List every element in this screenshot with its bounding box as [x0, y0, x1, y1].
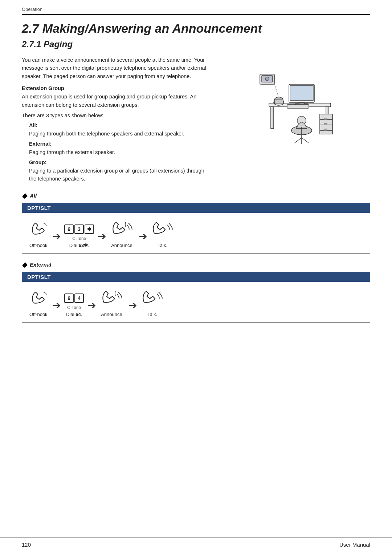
svg-rect-16 — [274, 100, 283, 104]
all-section-marker: ◆ All — [22, 192, 370, 200]
all-step-announce: Announce. — [110, 219, 135, 248]
ext-announce-icon — [99, 288, 125, 309]
top-rule — [22, 14, 370, 15]
external-dpt-box: DPT/SLT Off-hook. ➔ 6 4 C.Ton — [22, 272, 370, 323]
office-illustration — [247, 60, 342, 154]
type-group-label: Group: — [29, 159, 46, 165]
breadcrumb: Operation — [0, 0, 392, 12]
ext-phone-offhook-icon — [30, 289, 49, 309]
all-ctone-label: C.Tone — [72, 236, 86, 241]
document-title: User Manual — [339, 542, 370, 548]
type-all-text: Paging through both the telephone speake… — [29, 131, 184, 137]
key-star: ✱ — [85, 224, 94, 234]
external-step-row: Off-hook. ➔ 6 4 C.Tone Dial 64. ➔ — [29, 288, 164, 317]
page-number: 120 — [22, 542, 31, 548]
ext-step-announce: Announce. — [99, 288, 125, 317]
diamond-icon: ◆ — [22, 192, 27, 200]
diamond-icon-2: ◆ — [22, 261, 27, 269]
ext-arrow-3: ➔ — [128, 300, 137, 311]
all-step-row: Off-hook. ➔ 6 3 ✱ C.Tone Dial 63✱. ➔ — [29, 219, 174, 248]
ext-key-6: 6 — [64, 293, 74, 303]
page-footer: 120 User Manual — [0, 538, 392, 548]
all-step-talk: Talk. — [151, 219, 174, 248]
section-title: 2.7.1 Paging — [22, 39, 370, 49]
key-3: 3 — [74, 224, 84, 234]
external-dpt-header: DPT/SLT — [22, 272, 370, 282]
svg-point-26 — [265, 77, 269, 81]
ext-arrow-1: ➔ — [52, 300, 61, 311]
all-dial-step: 6 3 ✱ C.Tone Dial 63✱. — [64, 224, 94, 248]
all-offhook-label: Off-hook. — [29, 243, 49, 248]
ext-ctone-label: C.Tone — [67, 305, 81, 310]
external-marker-label: External — [30, 262, 51, 268]
svg-rect-11 — [290, 85, 313, 101]
svg-rect-9 — [324, 129, 327, 130]
all-dial-label: Dial 63✱. — [69, 243, 89, 248]
main-title: 2.7 Making/Answering an Announcement — [22, 21, 370, 36]
type-external: External: Paging through the external sp… — [29, 140, 208, 156]
ext-group-text: An extension group is used for group pag… — [22, 93, 208, 109]
content-area: You can make a voice announcement to sev… — [22, 56, 370, 185]
ext-dial-step: 6 4 C.Tone Dial 64. — [64, 293, 84, 317]
talk-icon — [151, 219, 174, 240]
all-arrow-1: ➔ — [52, 231, 61, 242]
image-column — [219, 56, 371, 185]
type-external-label: External: — [29, 141, 52, 147]
ext-step-talk: Talk. — [140, 288, 164, 317]
type-external-text: Paging through the external speaker. — [29, 149, 115, 155]
types-intro: There are 3 types as shown below: — [22, 113, 208, 118]
external-section-marker: ◆ External — [22, 261, 370, 269]
all-dpt-header: DPT/SLT — [22, 203, 370, 213]
phone-offhook-icon — [30, 220, 49, 240]
external-dpt-content: Off-hook. ➔ 6 4 C.Tone Dial 64. ➔ — [22, 282, 370, 322]
ext-talk-icon — [140, 288, 164, 309]
all-key-box: 6 3 ✱ — [64, 224, 94, 234]
svg-rect-8 — [324, 123, 327, 125]
all-arrow-3: ➔ — [139, 231, 147, 242]
text-column: You can make a voice announcement to sev… — [22, 56, 208, 185]
ext-group-heading: Extension Group — [22, 85, 208, 91]
all-step-offhook: Off-hook. — [29, 220, 49, 248]
ext-key-4: 4 — [74, 293, 84, 303]
all-dpt-box: DPT/SLT Off-hook. ➔ 6 3 ✱ — [22, 203, 370, 254]
svg-rect-14 — [287, 105, 309, 108]
all-dpt-content: Off-hook. ➔ 6 3 ✱ C.Tone Dial 63✱. ➔ — [22, 213, 370, 253]
ext-step-offhook: Off-hook. — [29, 289, 49, 317]
ext-offhook-label: Off-hook. — [29, 312, 49, 317]
all-talk-label: Talk. — [158, 243, 167, 248]
ext-dial-label: Dial 64. — [66, 312, 82, 317]
ext-key-box: 6 4 — [64, 293, 84, 303]
key-6: 6 — [64, 224, 74, 234]
type-group: Group: Paging to a particular extension … — [29, 158, 208, 183]
all-marker-label: All — [30, 193, 37, 199]
all-arrow-2: ➔ — [98, 231, 106, 242]
ext-arrow-2: ➔ — [87, 300, 96, 311]
svg-rect-1 — [271, 107, 274, 129]
type-all-label: All: — [29, 122, 37, 128]
type-group-text: Paging to a particular extension group o… — [29, 168, 204, 182]
announce-icon — [110, 219, 135, 240]
svg-line-21 — [302, 138, 309, 143]
svg-rect-7 — [324, 118, 327, 119]
type-all: All: Paging through both the telephone s… — [29, 121, 208, 138]
intro-paragraph: You can make a voice announcement to sev… — [22, 56, 208, 80]
svg-line-20 — [294, 138, 302, 143]
ext-announce-label: Announce. — [101, 312, 123, 317]
all-announce-label: Announce. — [111, 243, 134, 248]
ext-talk-label: Talk. — [147, 312, 157, 317]
